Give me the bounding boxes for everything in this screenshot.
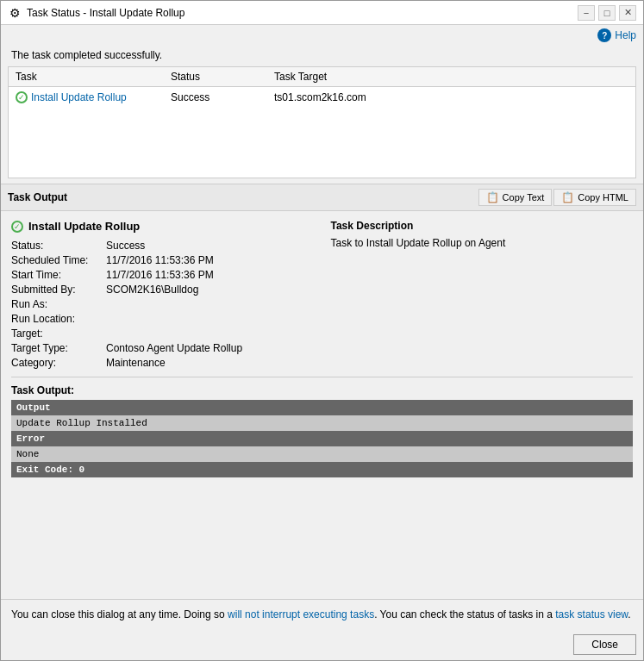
main-window: ⚙ Task Status - Install Update Rollup − … (0, 0, 644, 661)
task-cell: ✓ Install Update Rollup (9, 87, 164, 108)
help-bar: ? Help (1, 25, 643, 46)
exit-code-row: Exit Code: 0 (11, 462, 633, 477)
submitted-label: Submitted By: (11, 284, 106, 296)
maximize-button[interactable]: □ (598, 5, 616, 21)
detail-check-icon: ✓ (11, 221, 23, 233)
detail-task-name: Install Update Rollup (28, 220, 140, 233)
copy-html-button[interactable]: 📋 Copy HTML (553, 189, 636, 206)
error-value-cell: None (11, 446, 633, 462)
table-row: ✓ Install Update Rollup Success ts01.sco… (9, 87, 635, 108)
help-label: Help (615, 29, 636, 41)
window-icon: ⚙ (8, 6, 22, 20)
task-desc-text: Task to Install Update Rollup on Agent (331, 237, 634, 249)
task-name-link[interactable]: Install Update Rollup (31, 91, 127, 103)
bottom-msg-link2[interactable]: task status view (555, 608, 628, 620)
success-indicator: ✓ Install Update Rollup (16, 91, 127, 103)
output-content-table: Output Update Rollup Installed Error Non… (11, 400, 633, 477)
info-row-scheduled: Scheduled Time: 11/7/2016 11:53:36 PM (11, 254, 314, 266)
exit-code-cell: Exit Code: 0 (11, 462, 633, 477)
task-output-scroll-wrapper: ✓ Install Update Rollup Status: Success … (1, 211, 643, 599)
status-value: Success (106, 240, 145, 252)
bottom-msg-part1: You can close this dialog at any time. D… (11, 608, 228, 620)
bottom-message: You can close this dialog at any time. D… (1, 599, 643, 629)
output-value-row: Update Rollup Installed (11, 415, 633, 431)
run-as-label: Run As: (11, 298, 106, 310)
bottom-msg-link1[interactable]: will not interrupt executing tasks (228, 608, 374, 620)
output-section-header: Output (11, 400, 633, 415)
content-area: ? Help The task completed successfully. … (1, 25, 643, 660)
error-section-header: Error (11, 431, 633, 446)
col-header-target: Task Target (267, 67, 440, 87)
help-link[interactable]: ? Help (597, 28, 636, 42)
output-header-row-table: Output (11, 400, 633, 415)
info-row-submitted: Submitted By: SCOM2K16\Bulldog (11, 284, 314, 296)
start-time-value: 11/7/2016 11:53:36 PM (106, 269, 214, 281)
output-left-panel: ✓ Install Update Rollup Status: Success … (11, 220, 314, 371)
target-label: Target: (11, 327, 106, 340)
info-row-category: Category: Maintenance (11, 357, 314, 369)
task-output-section: Task Output 📋 Copy Text 📋 Copy HTML (1, 184, 643, 599)
col-header-task: Task (9, 67, 164, 87)
close-button[interactable]: Close (573, 634, 636, 655)
extra-cell (440, 87, 635, 108)
window-title: Task Status - Install Update Rollup (27, 7, 578, 19)
target-type-value: Contoso Agent Update Rollup (106, 342, 242, 354)
submitted-value: SCOM2K16\Bulldog (106, 284, 198, 296)
task-table: Task Status Task Target ✓ Install Update… (9, 67, 635, 107)
scheduled-label: Scheduled Time: (11, 254, 106, 266)
minimize-button[interactable]: − (578, 5, 595, 21)
info-row-status: Status: Success (11, 240, 314, 252)
copy-html-icon: 📋 (561, 191, 574, 203)
category-label: Category: (11, 357, 106, 369)
window-controls: − □ ✕ (578, 5, 636, 21)
status-cell: Success (164, 87, 267, 108)
error-header-row: Error (11, 431, 633, 446)
help-icon: ? (597, 28, 611, 42)
info-row-run-as: Run As: (11, 298, 314, 310)
task-desc-title: Task Description (331, 220, 634, 232)
output-header-row: ✓ Install Update Rollup Status: Success … (11, 220, 633, 377)
info-row-target-type: Target Type: Contoso Agent Update Rollup (11, 342, 314, 354)
task-output-label: Task Output: (11, 384, 633, 396)
copy-html-label: Copy HTML (578, 192, 628, 203)
output-right-panel: Task Description Task to Install Update … (314, 220, 634, 249)
start-time-label: Start Time: (11, 269, 106, 281)
task-output-scroll-inner[interactable]: ✓ Install Update Rollup Status: Success … (1, 211, 643, 599)
info-row-run-location: Run Location: (11, 313, 314, 325)
output-value-cell: Update Rollup Installed (11, 415, 633, 431)
task-name-row: ✓ Install Update Rollup (11, 220, 314, 233)
task-completed-message: The task completed successfully. (1, 46, 643, 66)
bottom-msg-part3: . You can check the status of tasks in a (374, 608, 555, 620)
target-cell: ts01.scom2k16.com (267, 87, 440, 108)
run-location-label: Run Location: (11, 313, 106, 325)
info-row-target: Target: (11, 327, 314, 340)
task-output-header: Task Output 📋 Copy Text 📋 Copy HTML (1, 184, 643, 211)
category-value: Maintenance (106, 357, 166, 369)
bottom-bar: Close (1, 629, 643, 660)
copy-buttons-group: 📋 Copy Text 📋 Copy HTML (478, 189, 636, 206)
copy-text-label: Copy Text (503, 192, 545, 203)
status-label: Status: (11, 240, 106, 252)
col-header-status: Status (164, 67, 267, 87)
check-circle-icon: ✓ (16, 91, 28, 103)
task-output-title: Task Output (8, 191, 67, 203)
scheduled-value: 11/7/2016 11:53:36 PM (106, 254, 214, 266)
error-value-row: None (11, 446, 633, 462)
copy-text-button[interactable]: 📋 Copy Text (478, 189, 553, 206)
title-bar: ⚙ Task Status - Install Update Rollup − … (1, 1, 643, 25)
bottom-msg-part5: . (628, 608, 630, 620)
copy-text-icon: 📋 (486, 191, 499, 203)
target-type-label: Target Type: (11, 342, 106, 354)
task-table-section: Task Status Task Target ✓ Install Update… (8, 66, 636, 178)
info-row-start: Start Time: 11/7/2016 11:53:36 PM (11, 269, 314, 281)
col-header-extra (440, 67, 635, 87)
window-close-button[interactable]: ✕ (619, 5, 636, 21)
